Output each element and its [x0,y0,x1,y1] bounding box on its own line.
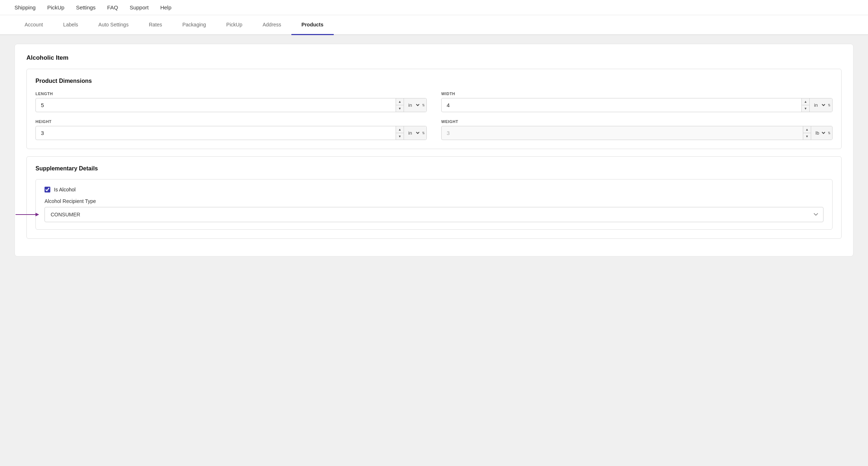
height-spinner: ▲ ▼ [396,126,404,140]
weight-unit-select[interactable]: lb kg [814,130,826,136]
height-up-button[interactable]: ▲ [396,126,404,133]
height-unit-chevron: ⇅ [422,131,425,135]
tab-pickup[interactable]: PickUp [216,15,252,35]
section-title: Alcoholic Item [26,54,842,62]
height-label: HEIGHT [35,119,427,124]
width-input[interactable] [442,98,801,112]
weight-unit-chevron: ⇅ [828,131,831,135]
weight-up-button[interactable]: ▲ [803,126,811,133]
alcohol-recipient-type-select[interactable]: CONSUMER LICENSEE [45,207,823,222]
supplementary-details-card: Supplementary Details Is Alcohol Alcohol… [26,156,842,239]
width-unit-wrap: in cm ⇅ [809,98,832,112]
length-unit-chevron: ⇅ [422,103,425,107]
length-input-row: ▲ ▼ in cm ⇅ [35,98,427,112]
length-unit-wrap: in cm ⇅ [404,98,426,112]
length-down-button[interactable]: ▼ [396,105,404,112]
length-spinner: ▲ ▼ [396,98,404,112]
tab-rates[interactable]: Rates [139,15,172,35]
weight-unit-wrap: lb kg ⇅ [811,126,832,140]
weight-field-group: WEIGHT ▲ ▼ lb kg [441,119,833,140]
nav-settings[interactable]: Settings [76,4,96,10]
nav-help[interactable]: Help [160,4,172,10]
height-field-group: HEIGHT ▲ ▼ in cm [35,119,427,140]
weight-label: WEIGHT [441,119,833,124]
tab-auto-settings[interactable]: Auto Settings [88,15,139,35]
page-content: Alcoholic Item Product Dimensions LENGTH… [0,35,868,458]
width-field-group: WIDTH ▲ ▼ in cm [441,92,833,112]
is-alcohol-label: Is Alcohol [54,187,76,192]
height-unit-wrap: in cm ⇅ [404,126,426,140]
tab-address[interactable]: Address [252,15,291,35]
length-input[interactable] [36,98,396,112]
height-input[interactable] [36,126,396,140]
width-spinner: ▲ ▼ [801,98,809,112]
supplementary-inner-card: Is Alcohol Alcohol Recipient Type [35,179,833,230]
width-up-button[interactable]: ▲ [802,98,809,105]
tab-account[interactable]: Account [14,15,53,35]
length-unit-select[interactable]: in cm [407,102,421,108]
arrow-svg [16,211,41,218]
svg-marker-1 [35,213,39,216]
width-down-button[interactable]: ▼ [802,105,809,112]
width-unit-select[interactable]: in cm [813,102,826,108]
weight-input[interactable] [442,126,803,140]
is-alcohol-checkbox[interactable] [45,187,50,192]
width-unit-chevron: ⇅ [828,103,831,107]
nav-support[interactable]: Support [130,4,149,10]
is-alcohol-row: Is Alcohol [45,187,823,192]
nav-shipping[interactable]: Shipping [14,4,35,10]
dropdown-arrow-row: CONSUMER LICENSEE [45,207,823,222]
alcohol-recipient-type-label: Alcohol Recipient Type [45,198,823,204]
tab-products[interactable]: Products [291,15,334,35]
weight-input-row: ▲ ▼ lb kg ⇅ [441,126,833,140]
width-input-row: ▲ ▼ in cm ⇅ [441,98,833,112]
tab-labels[interactable]: Labels [53,15,88,35]
length-up-button[interactable]: ▲ [396,98,404,105]
width-label: WIDTH [441,92,833,96]
weight-spinner: ▲ ▼ [803,126,811,140]
height-unit-select[interactable]: in cm [407,130,421,136]
alcohol-recipient-type-group: Alcohol Recipient Type CONSUMER [45,198,823,222]
nav-pickup[interactable]: PickUp [47,4,64,10]
top-nav: Shipping PickUp Settings FAQ Support Hel… [0,0,868,15]
nav-faq[interactable]: FAQ [107,4,118,10]
length-field-group: LENGTH ▲ ▼ in cm [35,92,427,112]
main-card: Alcoholic Item Product Dimensions LENGTH… [14,44,854,257]
height-down-button[interactable]: ▼ [396,133,404,140]
dimensions-grid: LENGTH ▲ ▼ in cm [35,92,833,140]
arrow-indicator [16,211,41,218]
tab-bar: Account Labels Auto Settings Rates Packa… [0,15,868,35]
supplementary-details-title: Supplementary Details [35,165,833,172]
product-dimensions-title: Product Dimensions [35,78,833,84]
height-input-row: ▲ ▼ in cm ⇅ [35,126,427,140]
product-dimensions-card: Product Dimensions LENGTH ▲ ▼ [26,69,842,149]
tab-packaging[interactable]: Packaging [172,15,216,35]
weight-down-button[interactable]: ▼ [803,133,811,140]
length-label: LENGTH [35,92,427,96]
